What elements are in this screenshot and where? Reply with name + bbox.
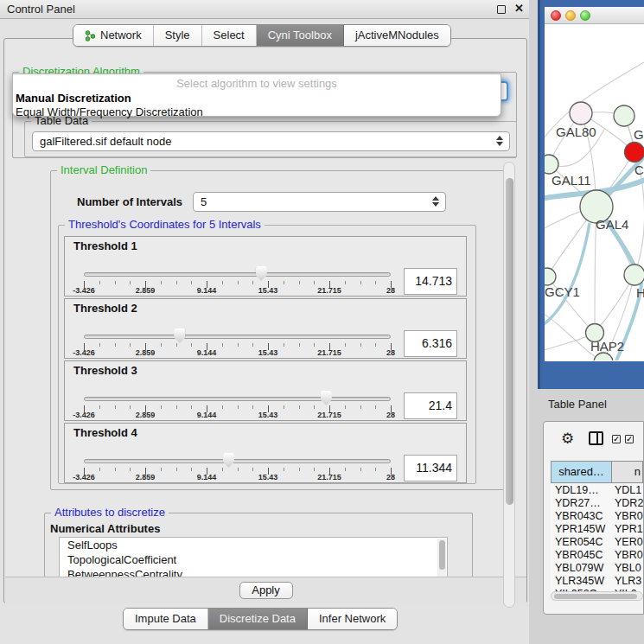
threshold-3-slider[interactable] xyxy=(84,397,391,401)
threshold-3-value-field[interactable]: 21.4 xyxy=(404,392,457,419)
gear-icon[interactable]: ⚙ xyxy=(561,430,574,447)
slider-tick-labels: -3.4262.8599.14415.4321.71528 xyxy=(84,411,391,420)
column-header-name[interactable]: n xyxy=(612,462,642,482)
node-gcy1[interactable] xyxy=(545,268,556,285)
tab-jactivemnodules[interactable]: jActiveMNodules xyxy=(344,25,450,46)
node-selected-red[interactable] xyxy=(625,143,644,163)
tab-infer-network[interactable]: Infer Network xyxy=(308,609,397,629)
network-canvas[interactable]: GAL80 G. C GAL11 GAL4 GCY1 H HAP2 xyxy=(545,24,644,360)
table-row[interactable]: YDL19…YDL1 xyxy=(551,484,643,497)
slider-thumb[interactable] xyxy=(321,391,332,405)
attribute-list-item[interactable]: SelfLoops xyxy=(60,538,447,552)
cell-name[interactable]: YDL1 xyxy=(611,484,643,497)
table-row[interactable]: YPR145WYPR1 xyxy=(551,523,643,536)
slider-thumb[interactable] xyxy=(223,453,234,468)
tab-network-label: Network xyxy=(100,25,142,46)
close-icon[interactable]: ✕ xyxy=(514,2,524,15)
tab-discretize-data[interactable]: Discretize Data xyxy=(208,609,308,629)
threshold-2-value-field[interactable]: 6.316 xyxy=(404,330,457,357)
threshold-2-slider[interactable] xyxy=(84,335,391,339)
attribute-list-item[interactable]: TopologicalCoefficient xyxy=(60,552,447,567)
number-of-intervals-combobox[interactable]: 5 xyxy=(193,192,446,212)
table-row[interactable]: YDR27…YDR2 xyxy=(551,497,643,510)
close-traffic-light[interactable] xyxy=(551,10,561,21)
tab-impute-data[interactable]: Impute Data xyxy=(124,609,208,629)
threshold-4-slider[interactable] xyxy=(84,459,391,463)
tick-mark xyxy=(375,281,376,284)
tick-label: 2.859 xyxy=(136,348,156,357)
cell-name[interactable]: YDR2 xyxy=(611,497,643,510)
cell-name[interactable]: YPR1 xyxy=(611,523,643,536)
tick-label: -3.426 xyxy=(73,411,95,419)
slider-thumb[interactable] xyxy=(174,328,185,343)
node-gal80[interactable] xyxy=(570,102,592,124)
cell-shared-name[interactable]: YDL19… xyxy=(551,484,611,497)
table-row[interactable]: YBR045CYBR0 xyxy=(551,549,643,562)
table-hscrollbar[interactable] xyxy=(551,591,643,601)
apply-button[interactable]: Apply xyxy=(239,582,293,599)
minimize-traffic-light[interactable] xyxy=(565,10,576,21)
table-row[interactable]: YBR043CYBR0 xyxy=(551,510,643,523)
node-top-right[interactable] xyxy=(614,105,634,126)
checked-checkbox-icon[interactable]: ✓ xyxy=(612,435,621,443)
cell-name[interactable]: YBR0 xyxy=(611,549,643,562)
cell-shared-name[interactable]: YER054C xyxy=(551,536,611,549)
pane-scrollbar-thumb[interactable] xyxy=(506,178,513,505)
split-columns-icon[interactable] xyxy=(589,431,603,445)
table-data-combobox[interactable]: galFiltered.sif default node xyxy=(32,131,510,151)
tab-cyni-toolbox[interactable]: Cyni Toolbox xyxy=(257,25,344,46)
numerical-attributes-list[interactable]: SelfLoopsTopologicalCoefficientBetweenne… xyxy=(59,537,448,577)
cell-shared-name[interactable]: YPR145W xyxy=(551,523,611,536)
zoom-traffic-light[interactable] xyxy=(580,10,590,21)
cell-name[interactable]: YER0 xyxy=(611,536,643,549)
table-row[interactable]: YBL079WYBL0 xyxy=(551,562,643,575)
popup-option-equal-width-frequency[interactable]: Equal Width/Frequency Discretization xyxy=(16,105,203,118)
slider-thumb[interactable] xyxy=(256,266,267,281)
table-data-value: galFiltered.sif default node xyxy=(40,135,171,148)
cell-shared-name[interactable]: YDR27… xyxy=(551,497,611,510)
numerical-attributes-label: Numerical Attributes xyxy=(50,522,160,535)
threshold-4-value-field[interactable]: 11.344 xyxy=(404,455,457,481)
tick-mark xyxy=(299,468,300,471)
cell-name[interactable]: YLR3 xyxy=(611,575,643,588)
cell-shared-name[interactable]: YBL079W xyxy=(551,562,611,575)
column-header-shared-name[interactable]: shared… xyxy=(552,462,612,482)
tick-mark xyxy=(99,468,100,471)
tab-network[interactable]: Network xyxy=(73,25,154,46)
node-gal11[interactable] xyxy=(545,155,558,174)
list-scrollbar[interactable] xyxy=(437,539,446,577)
control-panel-titlebar: Control Panel ✕ xyxy=(0,0,534,19)
network-window-titlebar xyxy=(545,7,644,24)
threshold-1-value-field[interactable]: 14.713 xyxy=(404,268,457,295)
popup-hint: Select algorithm to view settings xyxy=(13,77,501,90)
number-of-intervals-label: Number of Intervals xyxy=(77,195,182,208)
tick-mark xyxy=(161,281,162,284)
cell-shared-name[interactable]: YBR045C xyxy=(551,549,611,562)
tick-label: 21.715 xyxy=(317,286,341,295)
network-window-frame: GAL80 G. C GAL11 GAL4 GCY1 H HAP2 xyxy=(538,0,644,389)
node-bottom-partial[interactable] xyxy=(594,353,613,360)
tick-mark xyxy=(252,343,253,347)
popup-option-manual-discretization[interactable]: Manual Discretization xyxy=(16,92,131,105)
node-label-gal4: GAL4 xyxy=(596,217,628,232)
cell-name[interactable]: YBL0 xyxy=(611,562,643,575)
tick-mark xyxy=(238,405,239,409)
node-right-mid[interactable] xyxy=(624,265,644,285)
apply-strip: Apply xyxy=(5,577,526,603)
tab-select[interactable]: Select xyxy=(202,25,257,46)
table-row[interactable]: YER054CYER0 xyxy=(551,536,643,549)
tick-mark xyxy=(345,468,346,471)
table-row[interactable]: YLR345WYLR3 xyxy=(551,575,643,588)
interval-definition-group: Interval Definition Number of Intervals … xyxy=(50,170,508,490)
checked-checkbox-icon[interactable]: ✓ xyxy=(625,435,634,443)
pane-scrollbar[interactable] xyxy=(503,162,515,608)
tab-style[interactable]: Style xyxy=(154,25,202,46)
float-window-icon[interactable] xyxy=(497,5,506,14)
threshold-1-slider[interactable] xyxy=(84,272,391,277)
cell-shared-name[interactable]: YBR043C xyxy=(551,510,611,523)
cell-shared-name[interactable]: YLR345W xyxy=(551,575,611,588)
tick-mark xyxy=(191,405,192,409)
tick-mark xyxy=(284,468,284,471)
table-hscrollbar-thumb[interactable] xyxy=(554,594,637,599)
cell-name[interactable]: YBR0 xyxy=(611,510,643,523)
